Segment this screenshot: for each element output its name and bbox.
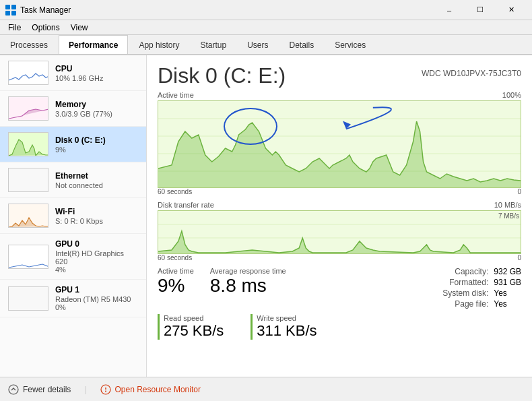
ethernet-sub: Not connected — [55, 181, 138, 189]
tab-startup[interactable]: Startup — [190, 35, 236, 54]
resource-monitor-icon — [100, 384, 111, 395]
svg-marker-11 — [158, 121, 521, 188]
sidebar-item-disk0[interactable]: Disk 0 (C: E:) 9% — [0, 127, 146, 162]
tab-services[interactable]: Services — [325, 35, 376, 54]
svg-point-16 — [9, 385, 18, 394]
wifi-title: Wi-Fi — [55, 207, 138, 216]
active-time-chart — [158, 100, 521, 188]
svg-marker-15 — [158, 231, 521, 254]
svg-rect-2 — [5, 11, 10, 16]
chart-top-time-left: 60 seconds — [158, 188, 192, 195]
transfer-rate-section: Disk transfer rate 10 MB/s 7 MB/s 60 sec… — [158, 201, 521, 261]
disk-title: Disk 0 (C: E:) — [158, 63, 286, 88]
wifi-sub: S: 0 R: 0 Kbps — [55, 217, 138, 225]
minimize-button[interactable]: – — [434, 0, 465, 20]
sidebar-item-memory[interactable]: Memory 3.0/3.9 GB (77%) — [0, 91, 146, 127]
menu-view[interactable]: View — [65, 22, 94, 34]
write-speed-value: 311 KB/s — [257, 322, 317, 340]
disk-info-grid: Capacity: 932 GB Formatted: 931 GB Syste… — [442, 267, 521, 309]
window-controls: – ☐ ✕ — [434, 0, 527, 20]
active-time-pct: 100% — [502, 91, 521, 99]
menu-file[interactable]: File — [3, 22, 26, 34]
ethernet-title: Ethernet — [55, 171, 138, 181]
active-time-stat: Active time 9% — [158, 267, 194, 297]
sidebar-item-cpu[interactable]: CPU 10% 1.96 GHz — [0, 55, 146, 91]
disk0-sub: 9% — [55, 146, 138, 154]
gpu0-info: GPU 0 Intel(R) HD Graphics 6204% — [55, 239, 138, 274]
chart-top-label: Active time 100% — [158, 91, 521, 99]
gpu1-sub: Radeon (TM) R5 M4300% — [55, 295, 138, 311]
disk0-info: Disk 0 (C: E:) 9% — [55, 135, 138, 154]
fewer-details-label: Fewer details — [23, 385, 71, 394]
svg-point-19 — [105, 390, 106, 392]
tab-bar: Processes Performance App history Startu… — [0, 35, 532, 55]
main-panel: Disk 0 (C: E:) WDC WD10JPVX-75JC3T0 Acti… — [147, 55, 532, 377]
maximize-button[interactable]: ☐ — [465, 0, 496, 20]
menu-bar: File Options View — [0, 20, 532, 35]
read-speed-block: Read speed 275 KB/s — [158, 314, 240, 340]
tab-users[interactable]: Users — [237, 35, 278, 54]
wifi-thumb — [8, 204, 48, 228]
title-bar: Task Manager – ☐ ✕ — [0, 0, 532, 20]
chart-top-time: 60 seconds 0 — [158, 188, 521, 195]
gpu0-thumb — [8, 245, 48, 269]
svg-rect-0 — [5, 5, 10, 9]
cpu-title: CPU — [55, 64, 138, 73]
tab-details[interactable]: Details — [279, 35, 324, 54]
transfer-rate-label: Disk transfer rate — [158, 201, 214, 209]
system-disk-value: Yes — [494, 288, 521, 298]
svg-rect-3 — [11, 11, 16, 16]
gpu1-info: GPU 1 Radeon (TM) R5 M4300% — [55, 285, 138, 311]
transfer-rate-max: 10 MB/s — [494, 201, 521, 209]
tab-performance[interactable]: Performance — [59, 35, 128, 54]
menu-options[interactable]: Options — [26, 22, 65, 34]
ethernet-info: Ethernet Not connected — [55, 171, 138, 189]
footer: Fewer details | Open Resource Monitor — [0, 377, 532, 401]
speed-row: Read speed 275 KB/s Write speed 311 KB/s — [158, 314, 521, 340]
tab-processes[interactable]: Processes — [0, 35, 58, 54]
active-time-section: Active time 100% — [158, 91, 521, 195]
formatted-value: 931 GB — [494, 278, 521, 287]
memory-info: Memory 3.0/3.9 GB (77%) — [55, 100, 138, 118]
chart-bottom-label: Disk transfer rate 10 MB/s — [158, 201, 521, 209]
read-speed-value: 275 KB/s — [164, 322, 224, 340]
main-content: CPU 10% 1.96 GHz Memory 3.0/3.9 GB (77%) — [0, 55, 532, 377]
window-title: Task Manager — [20, 5, 71, 15]
chart-bottom-time: 60 seconds 0 — [158, 254, 521, 261]
open-resource-monitor-label[interactable]: Open Resource Monitor — [115, 385, 201, 394]
sidebar-item-gpu1[interactable]: GPU 1 Radeon (TM) R5 M4300% — [0, 280, 146, 317]
avg-response-stat-label: Average response time — [210, 267, 286, 275]
memory-sub: 3.0/3.9 GB (77%) — [55, 110, 138, 118]
gpu0-sub: Intel(R) HD Graphics 6204% — [55, 249, 138, 274]
cpu-sub: 10% 1.96 GHz — [55, 74, 138, 82]
avg-response-stat: Average response time 8.8 ms — [210, 267, 286, 297]
disk-header: Disk 0 (C: E:) WDC WD10JPVX-75JC3T0 — [158, 63, 521, 88]
chart-top-time-right: 0 — [517, 188, 521, 195]
disk-model: WDC WD10JPVX-75JC3T0 — [422, 69, 521, 78]
gpu1-thumb — [8, 286, 48, 311]
memory-thumb — [8, 96, 48, 121]
sidebar-item-ethernet[interactable]: Ethernet Not connected — [0, 162, 146, 198]
write-speed-block: Write speed 311 KB/s — [251, 314, 333, 340]
page-file-value: Yes — [494, 299, 521, 309]
sidebar-item-gpu0[interactable]: GPU 0 Intel(R) HD Graphics 6204% — [0, 234, 146, 280]
tab-app-history[interactable]: App history — [129, 35, 189, 54]
disk0-title: Disk 0 (C: E:) — [55, 135, 138, 145]
active-time-svg — [158, 101, 521, 188]
read-speed-label: Read speed — [164, 314, 224, 322]
ethernet-thumb — [8, 168, 48, 192]
active-time-stat-label: Active time — [158, 267, 194, 275]
stats-row: Active time 9% Average response time 8.8… — [158, 267, 521, 309]
avg-response-stat-value: 8.8 ms — [210, 275, 286, 297]
transfer-rate-value: 7 MB/s — [498, 212, 519, 220]
open-resource-monitor-button[interactable]: Open Resource Monitor — [100, 384, 201, 395]
capacity-value: 932 GB — [494, 267, 521, 276]
cpu-info: CPU 10% 1.96 GHz — [55, 64, 138, 82]
fewer-details-button[interactable]: Fewer details — [8, 384, 71, 395]
system-disk-label: System disk: — [442, 288, 488, 298]
capacity-label: Capacity: — [442, 267, 488, 276]
transfer-rate-svg — [158, 211, 521, 254]
close-button[interactable]: ✕ — [496, 0, 527, 20]
transfer-rate-chart: 7 MB/s — [158, 210, 521, 254]
sidebar-item-wifi[interactable]: Wi-Fi S: 0 R: 0 Kbps — [0, 198, 146, 234]
